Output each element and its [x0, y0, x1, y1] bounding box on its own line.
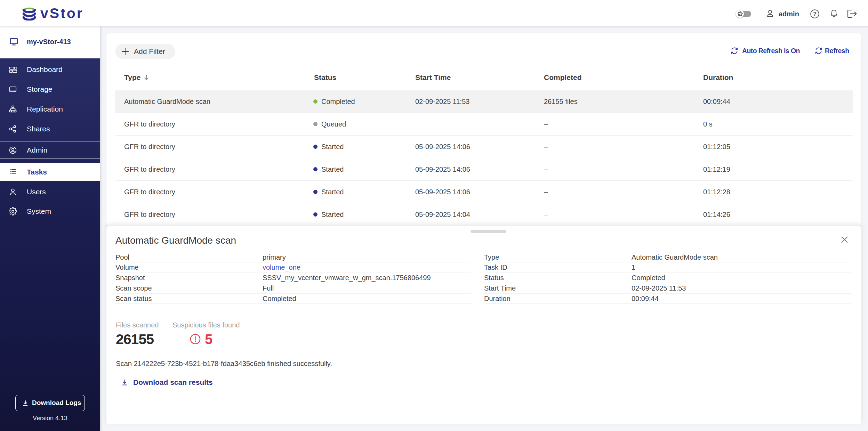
svg-text:?: ?: [813, 11, 817, 17]
